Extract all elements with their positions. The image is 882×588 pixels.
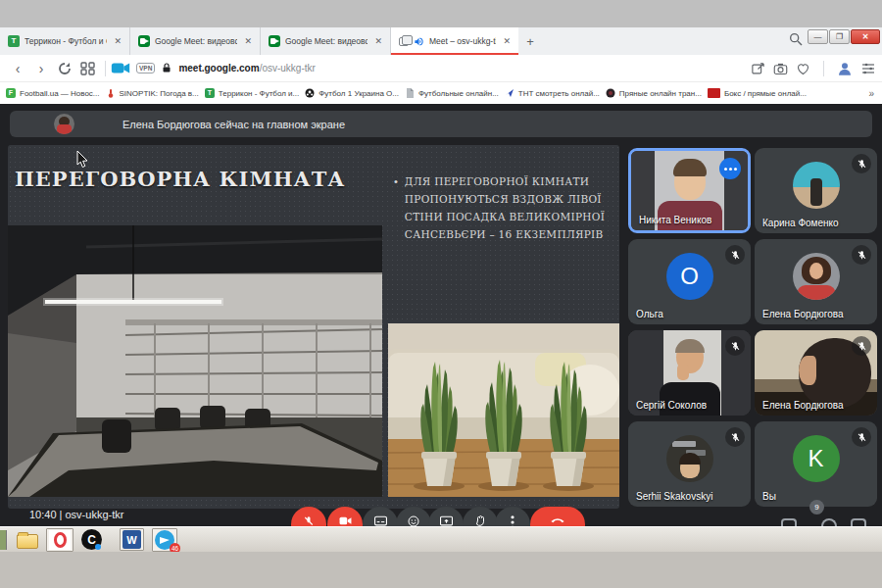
- tab-window-icon: [399, 37, 409, 46]
- presentation-slide[interactable]: ПЕРЕГОВОРНА КІМНАТА • ДЛЯ ПЕРЕГОВОРНОЇ К…: [8, 145, 619, 509]
- participants-count-badge: 9: [809, 500, 824, 514]
- participant-name: Вы: [762, 491, 776, 502]
- meet-content: Елена Бордюгова сейчас на главном экране…: [0, 104, 882, 526]
- menu-tune-icon[interactable]: [860, 62, 876, 75]
- vpn-badge[interactable]: VPN: [136, 63, 155, 74]
- meeting-info-icon[interactable]: [781, 518, 797, 526]
- favorites-heart-icon[interactable]: [796, 62, 810, 76]
- tab-title: Google Meet: видеовстречи: [285, 36, 368, 46]
- present-screen-button[interactable]: [428, 507, 464, 526]
- leave-call-button[interactable]: [530, 507, 585, 526]
- terrikon-favicon: T: [205, 88, 215, 98]
- bookmark-sinoptik[interactable]: SINOPTIK: Погода в...: [106, 88, 199, 98]
- tab-meet-1[interactable]: Google Meet: видеовстречи ✕: [130, 27, 261, 55]
- participant-tile-karina[interactable]: Карина Фоменко: [755, 148, 877, 233]
- maximize-button[interactable]: ❐: [829, 29, 850, 44]
- edit-share-icon[interactable]: [751, 62, 765, 76]
- meet-favicon: [269, 35, 280, 47]
- more-options-button[interactable]: [495, 507, 530, 526]
- screenshot-root: T Террикон - Футбол и Спорт ✕ Google Mee…: [0, 0, 882, 588]
- participant-name: Елена Бордюгова: [762, 400, 843, 411]
- participant-tile-sergiy[interactable]: Сергій Соколов: [628, 330, 751, 416]
- presenting-banner: Елена Бордюгова сейчас на главном экране: [10, 111, 872, 137]
- reload-button[interactable]: [53, 62, 76, 75]
- page-favicon: [405, 88, 415, 98]
- avatar-initial: O: [666, 253, 713, 300]
- avatar: [666, 435, 713, 482]
- captions-button[interactable]: [363, 507, 398, 526]
- participant-tile-elena-video[interactable]: Елена Бордюгова: [755, 330, 877, 416]
- mic-toggle-button[interactable]: [291, 507, 326, 526]
- participant-tile-olga[interactable]: O Ольга: [628, 239, 751, 324]
- bookmark-tnt[interactable]: ТНТ смотреть онлай...: [505, 88, 600, 98]
- participant-name: Serhii Skakovskyi: [636, 491, 712, 502]
- desktop-background: [0, 552, 882, 588]
- browser-tab-bar: T Террикон - Футбол и Спорт ✕ Google Mee…: [0, 27, 882, 55]
- tab-close-icon[interactable]: ✕: [501, 36, 513, 46]
- bookmark-label: Пряные онлайн тран...: [619, 89, 702, 98]
- bookmark-label: Футбол 1 Украина О...: [318, 89, 399, 98]
- video-call-icon[interactable]: [111, 62, 130, 74]
- tab-meet-2[interactable]: Google Meet: видеовстречи ✕: [261, 27, 391, 55]
- opera-browser-icon[interactable]: [46, 528, 74, 552]
- screenshot-camera-icon[interactable]: [773, 62, 788, 76]
- tab-close-icon[interactable]: ✕: [372, 36, 384, 46]
- bookmark-futbol1[interactable]: Футбол 1 Украина О...: [305, 88, 399, 98]
- participant-tile-you[interactable]: K Вы: [755, 421, 877, 507]
- window-controls: — ❐ ✕: [808, 29, 880, 44]
- slide-title: ПЕРЕГОВОРНА КІМНАТА: [15, 167, 345, 191]
- minimize-button[interactable]: —: [808, 29, 828, 44]
- file-explorer-icon[interactable]: [17, 531, 38, 549]
- back-button[interactable]: ‹: [6, 61, 29, 76]
- avatar: [793, 253, 840, 300]
- tableau-grid-icon[interactable]: [76, 62, 100, 75]
- url-text[interactable]: meet.google.com/osv-ukkg-tkr: [178, 63, 315, 74]
- bookmark-pryamye[interactable]: Пряные онлайн тран...: [606, 88, 702, 98]
- c-app-icon[interactable]: C: [81, 529, 102, 550]
- profile-icon[interactable]: [837, 61, 853, 76]
- url-path: /osv-ukkg-tkr: [260, 63, 316, 74]
- bookmark-label: Бокс / прямые онлай...: [724, 89, 807, 98]
- bookmarks-overflow-chevron[interactable]: »: [868, 88, 874, 99]
- word-icon[interactable]: W: [120, 528, 144, 551]
- banner-avatar: [54, 114, 74, 134]
- participants-panel-icon[interactable]: [821, 518, 837, 526]
- raise-hand-button[interactable]: [463, 507, 498, 526]
- bookmark-football[interactable]: FFootball.ua — Новос...: [6, 88, 100, 98]
- meet-favicon: [138, 35, 150, 47]
- participant-tile-serhii[interactable]: Serhii Skakovskyi: [628, 421, 751, 507]
- bullet-text: ДЛЯ ПЕРЕГОВОРНОЇ КІМНАТИ ПРОПОНУЮТЬСЯ ВЗ…: [405, 172, 617, 243]
- new-tab-button[interactable]: +: [518, 27, 542, 55]
- tab-terrikon[interactable]: T Террикон - Футбол и Спорт ✕: [0, 27, 130, 55]
- tab-audio-icon[interactable]: [414, 36, 424, 47]
- camera-toggle-button[interactable]: [327, 507, 363, 526]
- bookmarks-bar: FFootball.ua — Новос... SINOPTIK: Погода…: [0, 82, 882, 104]
- bookmark-futbolnye[interactable]: Футбольные онлайн...: [405, 88, 499, 98]
- tab-close-icon[interactable]: ✕: [112, 36, 123, 46]
- forward-button[interactable]: ›: [29, 61, 53, 76]
- chat-panel-icon[interactable]: [851, 518, 866, 526]
- mic-muted-icon: [725, 336, 745, 356]
- mic-muted-icon: [852, 427, 871, 447]
- tab-title: Террикон - Футбол и Спорт: [24, 36, 107, 46]
- participant-tile-elena-avatar[interactable]: Елена Бордюгова: [755, 239, 877, 324]
- more-options-icon[interactable]: [719, 158, 741, 179]
- browser-toolbar: ‹ › VPN meet.google.com/osv-ukkg-tkr: [0, 55, 882, 82]
- participant-tile-nikita[interactable]: Никита Веников: [628, 148, 751, 233]
- bookmark-terrikon[interactable]: TТеррикон - Футбол и...: [205, 88, 299, 98]
- meeting-time-code: 10:40 | osv-ukkg-tkr: [29, 509, 123, 520]
- toolbar-right-icons: [751, 55, 876, 82]
- participant-name: Ольга: [636, 309, 663, 319]
- tab-close-icon[interactable]: ✕: [242, 36, 254, 46]
- slide-bullet: • ДЛЯ ПЕРЕГОВОРНОЇ КІМНАТИ ПРОПОНУЮТЬСЯ …: [394, 172, 617, 243]
- mic-muted-icon: [725, 427, 745, 447]
- sansevieria-plants-image: [388, 323, 619, 497]
- telegram-icon[interactable]: 46: [152, 528, 177, 552]
- close-button[interactable]: ✕: [851, 29, 880, 44]
- bookmark-boks[interactable]: Бокс / прямые онлай...: [708, 88, 807, 98]
- tab-search-icon[interactable]: [788, 31, 806, 49]
- reactions-button[interactable]: [396, 507, 431, 526]
- tab-meet-active[interactable]: Meet – osv-ukkg-tkr ✕: [391, 27, 518, 55]
- toolbar-divider: [105, 61, 106, 76]
- terrikon-favicon: T: [8, 35, 20, 47]
